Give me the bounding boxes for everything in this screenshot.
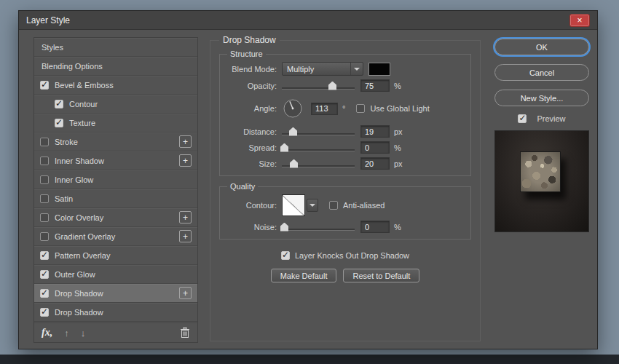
opacity-slider[interactable] — [282, 81, 355, 91]
sidebar-item-label: Stroke — [55, 138, 78, 146]
sidebar-item-label: Outer Glow — [55, 270, 95, 279]
quality-group: Quality Contour: Anti-aliased Noise: % — [219, 186, 471, 240]
add-effect-instance-button[interactable]: + — [179, 154, 192, 167]
sidebar-item-texture[interactable]: Texture — [34, 114, 197, 132]
ok-button[interactable]: OK — [494, 39, 589, 55]
move-effect-up-icon[interactable]: ↑ — [64, 328, 69, 339]
preview-checkbox[interactable] — [518, 114, 527, 123]
blend-mode-value: Multiply — [283, 65, 350, 74]
blend-mode-row: Blend Mode: Multiply — [224, 62, 465, 76]
slider-thumb[interactable] — [289, 127, 297, 136]
anti-aliased-checkbox[interactable] — [329, 201, 338, 210]
opacity-input[interactable] — [360, 79, 390, 92]
sidebar-item-blending-options[interactable]: Blending Options — [34, 57, 197, 76]
sidebar-item-inner-shadow[interactable]: Inner Shadow+ — [34, 151, 197, 170]
sidebar-item-pattern-overlay[interactable]: Pattern Overlay — [34, 246, 197, 265]
spread-input[interactable] — [360, 141, 390, 154]
structure-group: Structure Blend Mode: Multiply Opacity: — [219, 54, 471, 176]
style-enabled-checkbox[interactable] — [55, 100, 63, 108]
distance-unit: px — [394, 127, 403, 136]
noise-row: Noise: % — [224, 221, 465, 233]
make-default-button[interactable]: Make Default — [271, 269, 337, 282]
close-icon: × — [577, 16, 582, 25]
size-input[interactable] — [360, 157, 390, 170]
opacity-row: Opacity: % — [224, 79, 465, 92]
sidebar-item-gradient-overlay[interactable]: Gradient Overlay+ — [34, 227, 197, 246]
dialog-title: Layer Style — [26, 15, 70, 25]
sidebar-item-label: Inner Shadow — [55, 157, 104, 165]
slider-track — [282, 229, 355, 231]
style-enabled-checkbox[interactable] — [40, 157, 49, 165]
style-enabled-checkbox[interactable] — [40, 194, 49, 203]
styles-sidebar: StylesBlending OptionsBevel & EmbossCont… — [33, 37, 198, 343]
blend-mode-select[interactable]: Multiply — [282, 62, 363, 76]
contour-label: Contour: — [224, 201, 277, 210]
sidebar-item-contour[interactable]: Contour — [34, 95, 197, 114]
angle-input[interactable] — [311, 103, 338, 115]
add-effect-instance-button[interactable]: + — [179, 287, 192, 299]
desktop-background: Layer Style × StylesBlending OptionsBeve… — [0, 0, 619, 364]
shadow-color-swatch[interactable] — [368, 63, 390, 76]
sidebar-item-color-overlay[interactable]: Color Overlay+ — [34, 208, 197, 227]
style-enabled-checkbox[interactable] — [40, 308, 49, 317]
cancel-button[interactable]: Cancel — [494, 64, 589, 81]
slider-track — [282, 149, 355, 151]
slider-thumb[interactable] — [290, 159, 298, 168]
fx-icon[interactable]: fx, — [42, 327, 52, 339]
sidebar-item-inner-glow[interactable]: Inner Glow — [34, 170, 197, 189]
style-enabled-checkbox[interactable] — [40, 251, 49, 260]
move-effect-down-icon[interactable]: ↓ — [81, 328, 86, 339]
add-effect-instance-button[interactable]: + — [179, 211, 192, 223]
contour-dropdown-button[interactable] — [307, 199, 318, 212]
sidebar-item-bevel-emboss[interactable]: Bevel & Emboss — [34, 76, 197, 95]
noise-slider[interactable] — [282, 222, 355, 232]
new-style-button[interactable]: New Style... — [494, 90, 589, 106]
style-enabled-checkbox[interactable] — [40, 232, 49, 241]
angle-dial[interactable] — [282, 98, 304, 119]
sidebar-item-drop-shadow[interactable]: Drop Shadow+ — [34, 284, 197, 303]
sidebar-item-outer-glow[interactable]: Outer Glow — [34, 265, 197, 284]
dialog-titlebar[interactable]: Layer Style × — [19, 11, 597, 30]
texture-swatch-preview — [520, 151, 561, 192]
style-enabled-checkbox[interactable] — [40, 81, 49, 90]
size-label: Size: — [224, 159, 277, 168]
contour-row: Contour: Anti-aliased — [224, 194, 465, 216]
drop-shadow-panel: Drop Shadow Structure Blend Mode: Multip… — [210, 40, 481, 341]
quality-legend: Quality — [227, 182, 258, 191]
sidebar-item-label: Contour — [69, 100, 98, 108]
distance-input[interactable] — [360, 125, 390, 138]
sidebar-item-styles[interactable]: Styles — [34, 38, 197, 57]
contour-picker[interactable] — [282, 194, 305, 216]
style-enabled-checkbox[interactable] — [40, 289, 49, 298]
size-unit: px — [394, 159, 403, 168]
add-effect-instance-button[interactable]: + — [179, 230, 192, 242]
add-effect-instance-button[interactable]: + — [179, 135, 192, 148]
noise-input[interactable] — [360, 221, 390, 233]
use-global-light-checkbox[interactable] — [356, 104, 365, 113]
reset-default-button[interactable]: Reset to Default — [343, 269, 419, 282]
delete-effect-button[interactable] — [180, 327, 190, 339]
layer-knockout-checkbox[interactable] — [281, 251, 290, 260]
anti-aliased-label: Anti-aliased — [343, 201, 385, 210]
sidebar-item-stroke[interactable]: Stroke+ — [34, 132, 197, 151]
use-global-light-label: Use Global Light — [370, 104, 429, 113]
slider-track — [282, 87, 355, 90]
style-enabled-checkbox[interactable] — [40, 138, 49, 146]
sidebar-item-label: Drop Shadow — [55, 289, 103, 298]
style-enabled-checkbox[interactable] — [40, 213, 49, 222]
sidebar-item-label: Drop Shadow — [55, 308, 103, 317]
size-slider[interactable] — [282, 159, 355, 169]
spread-slider[interactable] — [282, 143, 355, 153]
sidebar-item-satin[interactable]: Satin — [34, 189, 197, 208]
preview-label: Preview — [537, 114, 565, 123]
close-button[interactable]: × — [569, 14, 590, 27]
spread-label: Spread: — [224, 143, 277, 152]
slider-thumb[interactable] — [280, 223, 288, 232]
style-enabled-checkbox[interactable] — [55, 119, 63, 127]
style-enabled-checkbox[interactable] — [40, 270, 49, 279]
style-enabled-checkbox[interactable] — [40, 175, 49, 184]
slider-thumb[interactable] — [328, 82, 336, 90]
sidebar-item-drop-shadow[interactable]: Drop Shadow — [34, 303, 197, 322]
distance-slider[interactable] — [282, 127, 355, 137]
slider-thumb[interactable] — [280, 143, 288, 152]
